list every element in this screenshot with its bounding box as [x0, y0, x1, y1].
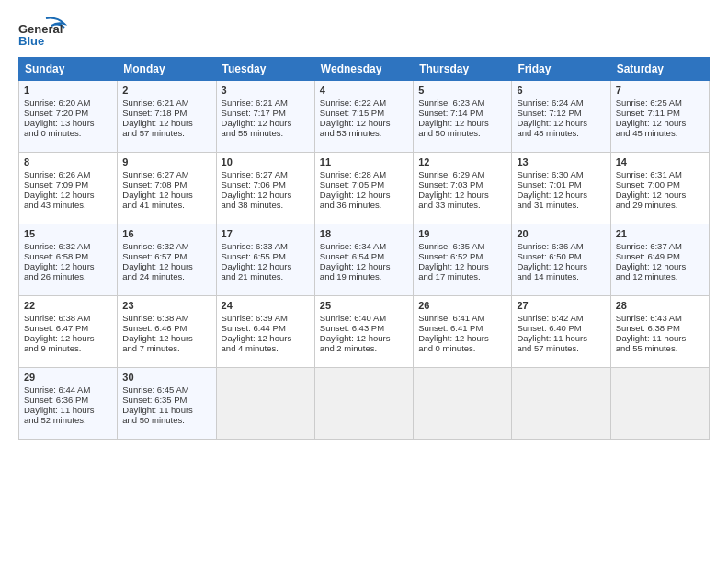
- day-info-line: Sunset: 7:11 PM: [616, 108, 704, 118]
- calendar-week-row: 15Sunrise: 6:32 AMSunset: 6:58 PMDayligh…: [19, 224, 710, 296]
- day-info-line: Sunrise: 6:39 AM: [222, 313, 310, 323]
- day-info-line: Sunrise: 6:21 AM: [222, 98, 310, 108]
- day-number: 1: [24, 85, 112, 96]
- day-info-line: Sunrise: 6:32 AM: [122, 241, 210, 251]
- day-info-line: and 45 minutes.: [616, 128, 704, 138]
- day-info-line: Sunset: 7:00 PM: [616, 179, 704, 190]
- svg-text:Blue: Blue: [18, 34, 44, 48]
- day-info-line: Daylight: 12 hours: [616, 190, 704, 200]
- day-info-line: Daylight: 12 hours: [122, 118, 210, 128]
- day-info-line: and 0 minutes.: [24, 128, 112, 138]
- day-number: 7: [616, 85, 704, 96]
- calendar-table: SundayMondayTuesdayWednesdayThursdayFrid…: [18, 57, 710, 440]
- day-info-line: Sunrise: 6:36 AM: [517, 241, 605, 251]
- day-info-line: Daylight: 12 hours: [517, 118, 605, 128]
- day-info-line: Daylight: 11 hours: [517, 333, 605, 343]
- calendar-cell: 28Sunrise: 6:43 AMSunset: 6:38 PMDayligh…: [610, 296, 709, 368]
- day-info-line: and 50 minutes.: [122, 415, 210, 425]
- day-info-line: Sunrise: 6:38 AM: [122, 313, 210, 323]
- day-number: 5: [418, 85, 506, 96]
- day-info-line: and 29 minutes.: [616, 200, 704, 210]
- day-info-line: Daylight: 12 hours: [616, 118, 704, 128]
- calendar-cell: 10Sunrise: 6:27 AMSunset: 7:06 PMDayligh…: [216, 153, 314, 224]
- calendar-cell: 6Sunrise: 6:24 AMSunset: 7:12 PMDaylight…: [512, 81, 610, 153]
- day-info-line: and 24 minutes.: [122, 271, 210, 282]
- weekday-header: Monday: [118, 58, 216, 81]
- calendar-cell: 16Sunrise: 6:32 AMSunset: 6:57 PMDayligh…: [118, 224, 216, 296]
- day-info-line: Sunrise: 6:33 AM: [222, 241, 310, 251]
- weekday-header: Sunday: [19, 58, 118, 81]
- day-info-line: Daylight: 12 hours: [122, 261, 210, 271]
- day-info-line: Daylight: 13 hours: [24, 118, 112, 128]
- day-info-line: Sunset: 7:12 PM: [517, 108, 605, 118]
- day-info-line: and 53 minutes.: [320, 128, 408, 138]
- day-info-line: Sunset: 7:17 PM: [222, 108, 310, 118]
- day-info-line: and 19 minutes.: [320, 271, 408, 282]
- calendar-cell: 26Sunrise: 6:41 AMSunset: 6:41 PMDayligh…: [414, 296, 512, 368]
- day-info-line: and 38 minutes.: [222, 200, 310, 210]
- day-info-line: Sunset: 6:38 PM: [616, 323, 704, 333]
- day-info-line: and 0 minutes.: [418, 343, 506, 353]
- logo-svg: GeneralBlue: [18, 15, 69, 48]
- day-info-line: Sunrise: 6:41 AM: [418, 313, 506, 323]
- day-info-line: and 52 minutes.: [24, 415, 112, 425]
- calendar-cell: 18Sunrise: 6:34 AMSunset: 6:54 PMDayligh…: [314, 224, 413, 296]
- calendar-cell: 8Sunrise: 6:26 AMSunset: 7:09 PMDaylight…: [19, 153, 118, 224]
- day-number: 2: [122, 85, 210, 96]
- day-info-line: and 48 minutes.: [517, 128, 605, 138]
- day-info-line: Sunrise: 6:25 AM: [616, 98, 704, 108]
- day-number: 21: [616, 228, 704, 239]
- calendar-cell: 5Sunrise: 6:23 AMSunset: 7:14 PMDaylight…: [414, 81, 512, 153]
- day-info-line: Sunrise: 6:28 AM: [320, 169, 408, 179]
- day-number: 22: [24, 300, 112, 311]
- day-info-line: Sunset: 6:46 PM: [122, 323, 210, 333]
- day-info-line: Sunrise: 6:31 AM: [616, 169, 704, 179]
- day-info-line: and 43 minutes.: [24, 200, 112, 210]
- day-info-line: Sunrise: 6:32 AM: [24, 241, 112, 251]
- day-info-line: Sunset: 6:43 PM: [320, 323, 408, 333]
- day-info-line: Sunset: 6:52 PM: [418, 251, 506, 261]
- day-number: 13: [517, 156, 605, 167]
- day-info-line: Sunset: 6:35 PM: [122, 395, 210, 405]
- calendar-cell: 7Sunrise: 6:25 AMSunset: 7:11 PMDaylight…: [610, 81, 709, 153]
- day-info-line: Sunset: 6:57 PM: [122, 251, 210, 261]
- calendar-cell: 29Sunrise: 6:44 AMSunset: 6:36 PMDayligh…: [19, 368, 118, 440]
- day-info-line: Sunset: 7:06 PM: [222, 179, 310, 190]
- day-info-line: and 36 minutes.: [320, 200, 408, 210]
- day-info-line: Sunset: 6:47 PM: [24, 323, 112, 333]
- day-info-line: Sunset: 7:18 PM: [122, 108, 210, 118]
- day-info-line: and 4 minutes.: [222, 343, 310, 353]
- weekday-header: Saturday: [610, 58, 709, 81]
- day-number: 3: [222, 85, 310, 96]
- day-info-line: Sunrise: 6:37 AM: [616, 241, 704, 251]
- day-number: 10: [222, 156, 310, 167]
- day-info-line: Sunrise: 6:38 AM: [24, 313, 112, 323]
- day-info-line: and 14 minutes.: [517, 271, 605, 282]
- calendar-week-row: 29Sunrise: 6:44 AMSunset: 6:36 PMDayligh…: [19, 368, 710, 440]
- calendar-cell: 20Sunrise: 6:36 AMSunset: 6:50 PMDayligh…: [512, 224, 610, 296]
- day-info-line: Daylight: 12 hours: [418, 190, 506, 200]
- day-info-line: Daylight: 12 hours: [222, 333, 310, 343]
- day-info-line: Sunset: 7:01 PM: [517, 179, 605, 190]
- day-info-line: Sunset: 6:40 PM: [517, 323, 605, 333]
- calendar-cell: 14Sunrise: 6:31 AMSunset: 7:00 PMDayligh…: [610, 153, 709, 224]
- day-number: 20: [517, 228, 605, 239]
- day-info-line: Sunset: 6:55 PM: [222, 251, 310, 261]
- day-info-line: Sunset: 6:41 PM: [418, 323, 506, 333]
- calendar-cell: [414, 368, 512, 440]
- day-info-line: Sunrise: 6:23 AM: [418, 98, 506, 108]
- header: GeneralBlue: [18, 15, 710, 48]
- day-info-line: Daylight: 12 hours: [24, 333, 112, 343]
- calendar-cell: 13Sunrise: 6:30 AMSunset: 7:01 PMDayligh…: [512, 153, 610, 224]
- day-info-line: Sunrise: 6:45 AM: [122, 385, 210, 395]
- day-info-line: Sunset: 6:49 PM: [616, 251, 704, 261]
- day-number: 16: [122, 228, 210, 239]
- day-number: 24: [222, 300, 310, 311]
- day-info-line: Sunrise: 6:34 AM: [320, 241, 408, 251]
- day-info-line: Sunrise: 6:27 AM: [222, 169, 310, 179]
- calendar-body: 1Sunrise: 6:20 AMSunset: 7:20 PMDaylight…: [19, 81, 710, 440]
- day-info-line: and 50 minutes.: [418, 128, 506, 138]
- logo: GeneralBlue: [18, 15, 69, 48]
- day-info-line: and 31 minutes.: [517, 200, 605, 210]
- day-number: 27: [517, 300, 605, 311]
